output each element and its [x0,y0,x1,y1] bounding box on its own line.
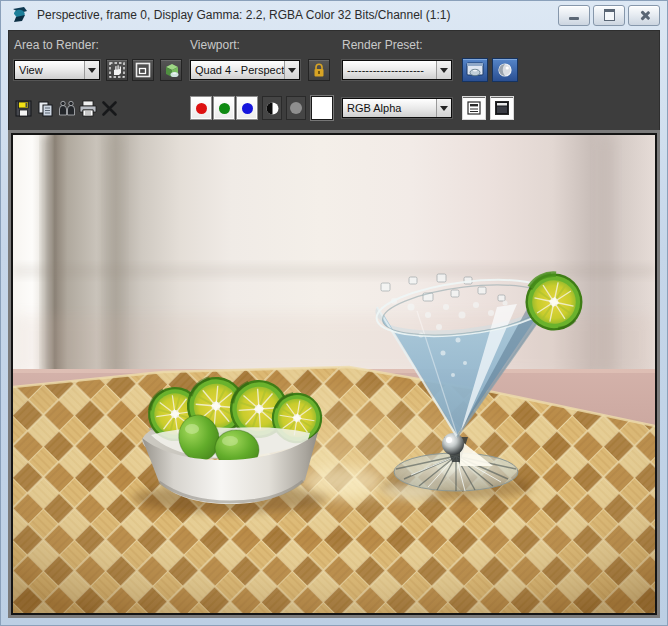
viewport-value: Quad 4 - Perspect [191,64,284,76]
x-delete-icon [101,100,118,117]
background-color-swatch[interactable] [311,96,333,120]
light-pool [301,466,385,498]
stacked-windows-icon [466,100,482,116]
minimize-button[interactable] [558,5,590,26]
rendered-image [11,133,657,615]
area-to-render-label: Area to Render: [14,38,99,52]
area-to-render-value: View [15,64,84,76]
render-setup-dialog-icon [466,62,484,78]
lime-bowl [141,374,326,504]
viewport-label: Viewport: [190,38,240,52]
red-channel-button[interactable] [190,96,212,120]
framed-window-icon [494,100,510,116]
printer-icon [79,100,97,117]
area-to-render-dropdown[interactable]: View [14,60,100,80]
render-frame [8,130,660,618]
blue-channel-button[interactable] [236,96,258,120]
close-icon [639,10,650,21]
maximize-icon [604,9,615,21]
channel-display-dropdown[interactable]: RGB Alpha [342,98,452,118]
clear-button[interactable] [99,98,119,118]
floppy-disk-icon [15,100,32,117]
red-dot-icon [196,103,207,114]
rendered-frame-window: Perspective, frame 0, Display Gamma: 2.2… [0,0,668,626]
minimize-icon [569,17,579,20]
render-setup-button[interactable] [462,58,488,82]
chevron-down-icon [284,61,299,79]
alpha-channel-button[interactable] [286,96,306,120]
copy-pages-icon [37,100,54,117]
blue-dot-icon [242,103,253,114]
alpha-dot-icon [290,102,302,114]
app-area: Area to Render: View [8,30,660,618]
save-image-button[interactable] [13,98,33,118]
edit-region-button[interactable] [106,59,128,81]
render-preset-label: Render Preset: [342,38,423,52]
lock-to-viewport-button[interactable] [308,59,330,81]
rfw-toolbar: Area to Render: View [8,30,660,130]
titlebar[interactable]: Perspective, frame 0, Display Gamma: 2.2… [0,0,668,30]
render-mode-button[interactable] [160,59,182,81]
copy-image-button[interactable] [35,98,55,118]
environment-sphere-icon [497,62,513,78]
hand-in-marquee-icon [109,62,125,78]
render-preset-value: --------------------- [343,64,436,76]
channel-display-value: RGB Alpha [343,102,436,114]
chevron-down-icon [84,61,99,79]
window-title: Perspective, frame 0, Display Gamma: 2.2… [37,8,558,22]
green-channel-button[interactable] [213,96,235,120]
stem-knot [442,433,464,455]
region-marquee-icon [135,62,151,78]
clone-rendered-frame-button[interactable] [57,98,77,118]
monochrome-button[interactable] [262,96,282,120]
close-button[interactable] [628,5,660,26]
render-preset-dropdown[interactable]: --------------------- [342,60,452,80]
print-image-button[interactable] [78,98,98,118]
environment-effects-button[interactable] [492,58,518,82]
green-dot-icon [219,103,230,114]
half-moon-icon [266,102,279,115]
toggle-ui-button[interactable] [490,96,514,120]
viewport-dropdown[interactable]: Quad 4 - Perspect [190,60,300,80]
chevron-down-icon [436,99,451,117]
green-cube-teapot-icon [163,62,180,79]
auto-region-selected-button[interactable] [132,59,154,81]
chevron-down-icon [436,61,451,79]
maximize-button[interactable] [593,5,625,26]
window-controls [558,5,660,26]
curtain-background [13,135,655,375]
toggle-overlays-button[interactable] [462,96,486,120]
padlock-icon [312,63,326,78]
3ds-max-logo-icon [10,5,30,25]
two-figures-icon [58,100,76,117]
